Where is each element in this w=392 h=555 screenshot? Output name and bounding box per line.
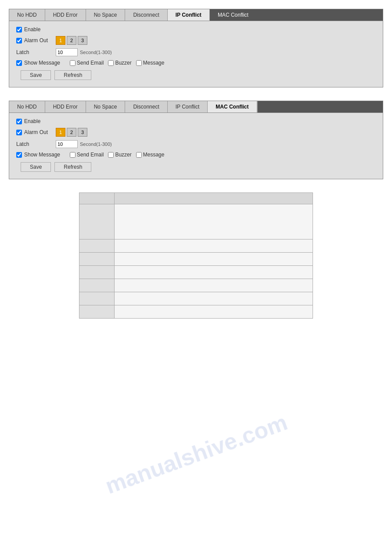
enable-label-2: Enable — [16, 118, 56, 124]
latch-input-1[interactable] — [56, 48, 78, 56]
show-message-row-2: Show Message Send Email Buzzer Message — [16, 152, 376, 158]
buzzer-checkbox-2[interactable] — [108, 152, 114, 158]
enable-checkbox-2[interactable] — [16, 119, 22, 124]
table-row3-col1 — [79, 253, 115, 266]
alarm-out-buttons-2: 1 2 3 — [56, 128, 87, 137]
latch-label-1: Latch — [16, 49, 56, 55]
tab-mac-conflict-1[interactable]: MAC Conflict — [210, 9, 383, 21]
save-button-2[interactable]: Save — [21, 162, 51, 172]
panel2-tab-bar: No HDD HDD Error No Space Disconnect IP … — [9, 101, 383, 113]
latch-row-2: Latch Second(1-300) — [16, 140, 376, 148]
message-option-2: Message — [136, 152, 165, 158]
latch-label-2: Latch — [16, 141, 56, 147]
latch-input-2[interactable] — [56, 140, 78, 148]
message-label-2: Message — [143, 152, 165, 158]
table-row2-col1 — [79, 239, 115, 253]
refresh-button-2[interactable]: Refresh — [54, 162, 91, 172]
message-checkbox-2[interactable] — [136, 152, 142, 158]
alarm-btn-2-2[interactable]: 2 — [67, 128, 76, 137]
panel1: No HDD HDD Error No Space Disconnect IP … — [9, 9, 383, 87]
alarm-out-label-1: Alarm Out — [16, 37, 56, 44]
message-checkbox-1[interactable] — [136, 60, 142, 66]
alarm-btn-3-2[interactable]: 3 — [78, 128, 87, 137]
table-header-col2 — [115, 193, 313, 204]
buzzer-label-2: Buzzer — [115, 152, 131, 158]
table-row-7 — [79, 305, 313, 319]
tab-no-hdd-1[interactable]: No HDD — [9, 9, 45, 21]
tab-no-space-2[interactable]: No Space — [86, 101, 126, 112]
tab-hdd-error-2[interactable]: HDD Error — [45, 101, 86, 112]
panel2-body: Enable Alarm Out 1 2 3 Latch Second(1-30… — [9, 113, 383, 179]
show-message-checkbox-2[interactable] — [16, 152, 22, 158]
send-email-checkbox-1[interactable] — [70, 60, 76, 66]
alarm-btn-3-1[interactable]: 3 — [78, 36, 87, 45]
table-header-row — [79, 193, 313, 204]
table-row-2 — [79, 239, 313, 253]
tab-mac-conflict-2[interactable]: MAC Conflict — [208, 101, 257, 112]
tab-disconnect-2[interactable]: Disconnect — [125, 101, 167, 112]
alarm-out-row-2: Alarm Out 1 2 3 — [16, 128, 376, 137]
show-message-row-1: Show Message Send Email Buzzer Message — [16, 60, 376, 66]
alarm-out-checkbox-1[interactable] — [16, 38, 22, 44]
tab-ip-conflict-2[interactable]: IP Conflict — [168, 101, 208, 112]
tab-hdd-error-1[interactable]: HDD Error — [45, 9, 86, 21]
table-row2-col2 — [115, 239, 313, 253]
buzzer-label-1: Buzzer — [115, 60, 131, 66]
alarm-btn-1-2[interactable]: 1 — [56, 128, 65, 137]
message-label-1: Message — [143, 60, 165, 66]
refresh-button-1[interactable]: Refresh — [54, 70, 91, 80]
panel2: No HDD HDD Error No Space Disconnect IP … — [9, 101, 383, 179]
send-email-label-1: Send Email — [77, 60, 104, 66]
enable-row-2: Enable — [16, 118, 376, 124]
buzzer-option-1: Buzzer — [108, 60, 131, 66]
send-email-checkbox-2[interactable] — [70, 152, 76, 158]
alarm-out-buttons-1: 1 2 3 — [56, 36, 87, 45]
enable-row-1: Enable — [16, 26, 376, 33]
alarm-out-label-2: Alarm Out — [16, 129, 56, 135]
latch-row-1: Latch Second(1-300) — [16, 48, 376, 56]
send-email-option-2: Send Email — [70, 152, 104, 158]
table-row4-col1 — [79, 266, 115, 279]
table-row-6 — [79, 292, 313, 305]
show-message-options-2: Send Email Buzzer Message — [70, 152, 164, 158]
table-row-3 — [79, 253, 313, 266]
enable-label-1: Enable — [16, 26, 56, 33]
table-row-1 — [79, 204, 313, 239]
send-email-option-1: Send Email — [70, 60, 104, 66]
btn-row-1: Save Refresh — [16, 70, 376, 80]
table-header-col1 — [79, 193, 115, 204]
table-row7-col2 — [115, 305, 313, 319]
latch-hint-2: Second(1-300) — [80, 141, 112, 147]
buzzer-option-2: Buzzer — [108, 152, 131, 158]
tab-no-hdd-2[interactable]: No HDD — [9, 101, 45, 112]
panel1-body: Enable Alarm Out 1 2 3 Latch Second(1-30… — [9, 21, 383, 87]
show-message-label-2: Show Message — [24, 152, 60, 158]
table-row1-col1 — [79, 204, 115, 239]
table-section — [9, 192, 383, 319]
buzzer-checkbox-1[interactable] — [108, 60, 114, 66]
show-message-left-2: Show Message — [16, 152, 65, 158]
panel1-tab-bar: No HDD HDD Error No Space Disconnect IP … — [9, 9, 383, 21]
save-button-1[interactable]: Save — [21, 70, 51, 80]
table-row6-col1 — [79, 292, 115, 305]
alarm-out-row-1: Alarm Out 1 2 3 — [16, 36, 376, 45]
tab-ip-conflict-1[interactable]: IP Conflict — [168, 9, 210, 21]
tab-disconnect-1[interactable]: Disconnect — [125, 9, 167, 21]
show-message-label-1: Show Message — [24, 60, 60, 66]
alarm-btn-1-1[interactable]: 1 — [56, 36, 65, 45]
table-row3-col2 — [115, 253, 313, 266]
enable-checkbox-1[interactable] — [16, 27, 22, 33]
show-message-checkbox-1[interactable] — [16, 60, 22, 66]
show-message-options-1: Send Email Buzzer Message — [70, 60, 164, 66]
btn-row-2: Save Refresh — [16, 162, 376, 172]
latch-hint-1: Second(1-300) — [80, 50, 112, 55]
show-message-left-1: Show Message — [16, 60, 65, 66]
table-row1-col2 — [115, 204, 313, 239]
send-email-label-2: Send Email — [77, 152, 104, 158]
alarm-btn-2-1[interactable]: 2 — [67, 36, 76, 45]
table-row5-col2 — [115, 279, 313, 292]
table-row7-col1 — [79, 305, 115, 319]
table-row5-col1 — [79, 279, 115, 292]
tab-no-space-1[interactable]: No Space — [86, 9, 126, 21]
alarm-out-checkbox-2[interactable] — [16, 130, 22, 135]
